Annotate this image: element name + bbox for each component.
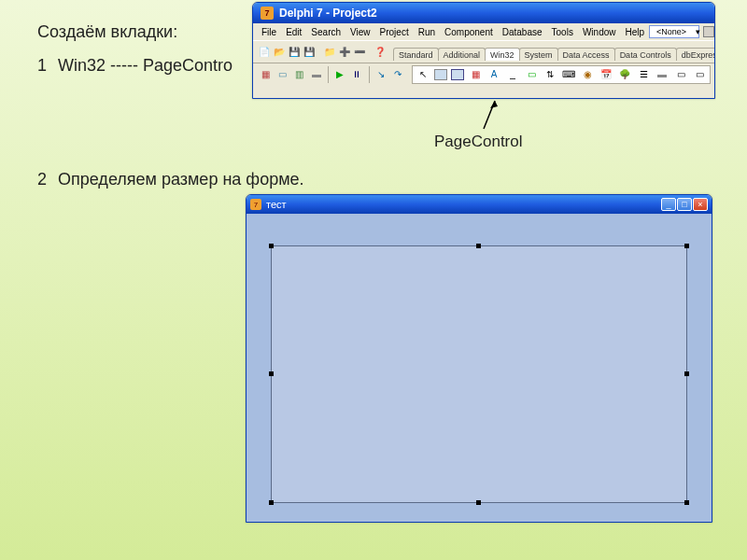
desktop-combo[interactable]: <None> ▾ <box>649 25 699 38</box>
resize-handle-mid-left[interactable] <box>269 371 274 376</box>
arrow-annotation <box>480 101 499 133</box>
component-palette: ↖ ▦ A ⎯ ▭ ⇅ ⌨ ◉ 📅 🌳 ☰ ▬ ▭ ▭ <box>412 65 711 84</box>
imagelist-icon[interactable]: ▦ <box>468 67 483 82</box>
toolbar-icon[interactable]: ▭ <box>673 67 688 82</box>
form-designer-surface[interactable] <box>247 214 712 522</box>
step-over-icon[interactable]: ↷ <box>390 66 405 83</box>
delphi-logo-icon: 7 <box>261 7 274 20</box>
add-file-icon[interactable]: ➕ <box>338 44 351 61</box>
close-button[interactable]: × <box>693 198 708 211</box>
list-text-2: Определяем размер на форме. <box>58 170 304 189</box>
toolbar-separator <box>328 66 329 83</box>
datetimepicker-icon[interactable]: 📅 <box>599 67 613 82</box>
treeview-icon[interactable]: 🌳 <box>617 67 632 82</box>
list-number-2: 2 <box>37 170 47 189</box>
trace-into-icon[interactable]: ↘ <box>373 66 388 83</box>
pause-icon[interactable]: ⏸ <box>349 66 364 83</box>
pagecontrol-caption: PageControl <box>434 133 523 151</box>
menu-file[interactable]: File <box>257 27 281 37</box>
ide-menubar: File Edit Search View Project Run Compon… <box>253 23 714 40</box>
desktop-combo-value: <None> <box>652 27 691 36</box>
pagecontrol-component[interactable] <box>271 245 687 503</box>
window-buttons: _ □ × <box>661 198 708 211</box>
pagecontrol-icon[interactable] <box>451 69 464 80</box>
progressbar-icon[interactable]: ▭ <box>524 67 539 82</box>
updown-icon[interactable]: ⇅ <box>543 67 557 82</box>
tab-data-access[interactable]: Data Access <box>557 48 615 61</box>
tab-standard[interactable]: Standard <box>393 48 439 61</box>
toggle-form-icon[interactable]: ▥ <box>292 66 307 83</box>
resize-handle-top-left[interactable] <box>269 244 274 248</box>
minimize-button[interactable]: _ <box>661 198 676 211</box>
menu-help[interactable]: Help <box>620 27 649 37</box>
trackbar-icon[interactable]: ⎯ <box>505 67 520 82</box>
ide-toolbar-row2: ▦ ▭ ▥ ▬ ▶ ⏸ ↘ ↷ ↖ ▦ A ⎯ ▭ ⇅ ⌨ ◉ 📅 🌳 ☰ ▬ … <box>253 63 714 85</box>
desktop-buttons <box>703 26 715 37</box>
view-unit-icon[interactable]: ▦ <box>258 66 273 83</box>
coolbar-icon[interactable]: ▭ <box>692 67 707 82</box>
menu-project[interactable]: Project <box>375 27 414 37</box>
form-caption: тест <box>266 199 287 210</box>
menu-edit[interactable]: Edit <box>281 27 306 37</box>
tab-data-controls[interactable]: Data Controls <box>614 48 677 61</box>
toolbar-separator <box>369 66 370 83</box>
tab-system[interactable]: System <box>519 48 558 61</box>
resize-handle-bottom-right[interactable] <box>684 500 689 505</box>
resize-handle-bottom-mid[interactable] <box>476 500 481 505</box>
list-text-1: Win32 ----- PageContro <box>58 56 233 76</box>
richedit-icon[interactable]: A <box>486 67 501 82</box>
remove-file-icon[interactable]: ➖ <box>353 44 366 61</box>
ide-toolbar: 📄 📂 💾 💾 📁 ➕ ➖ ❓ Standard Additional Win3… <box>253 40 714 63</box>
resize-handle-bottom-left[interactable] <box>269 500 274 505</box>
delphi-ide-window: 7 Delphi 7 - Project2 File Edit Search V… <box>252 2 715 99</box>
resize-handle-top-mid[interactable] <box>476 244 481 248</box>
ide-title-text: Delphi 7 - Project2 <box>279 7 377 20</box>
heading-text: Создаём вкладки: <box>37 22 177 42</box>
menu-database[interactable]: Database <box>498 27 547 37</box>
menu-run[interactable]: Run <box>414 27 440 37</box>
run-icon[interactable]: ▶ <box>332 66 347 83</box>
menu-search[interactable]: Search <box>306 27 345 37</box>
tab-additional[interactable]: Additional <box>438 48 486 61</box>
form-titlebar[interactable]: 7 тест _ □ × <box>247 195 712 214</box>
help-icon[interactable]: ❓ <box>374 44 387 61</box>
view-form-icon[interactable]: ▭ <box>275 66 289 83</box>
resize-handle-mid-right[interactable] <box>684 371 689 376</box>
form-designer-window: 7 тест _ □ × <box>246 194 712 523</box>
save-desktop-icon[interactable] <box>703 26 714 37</box>
new-form-icon[interactable]: ▬ <box>309 66 324 83</box>
component-palette-tabs: Standard Additional Win32 System Data Ac… <box>393 44 715 61</box>
tabcontrol-icon[interactable] <box>434 69 447 80</box>
open-project-icon[interactable]: 📁 <box>323 44 336 61</box>
menu-component[interactable]: Component <box>440 27 498 37</box>
list-number-1: 1 <box>37 56 47 76</box>
tab-win32[interactable]: Win32 <box>485 48 520 61</box>
cursor-icon[interactable]: ↖ <box>416 67 430 82</box>
open-icon[interactable]: 📂 <box>273 44 286 61</box>
save-icon[interactable]: 💾 <box>288 44 301 61</box>
menu-window[interactable]: Window <box>578 27 621 37</box>
statusbar-icon[interactable]: ▬ <box>655 67 669 82</box>
listview-icon[interactable]: ☰ <box>636 67 651 82</box>
tab-dbexpress[interactable]: dbExpress <box>676 48 715 61</box>
menu-view[interactable]: View <box>345 27 375 37</box>
form-logo-icon: 7 <box>250 199 261 210</box>
saveall-icon[interactable]: 💾 <box>303 44 316 61</box>
new-icon[interactable]: 📄 <box>258 44 271 61</box>
animate-icon[interactable]: ◉ <box>580 67 595 82</box>
hotkey-icon[interactable]: ⌨ <box>561 67 576 82</box>
ide-titlebar[interactable]: 7 Delphi 7 - Project2 <box>253 3 714 23</box>
maximize-button[interactable]: □ <box>677 198 692 211</box>
resize-handle-top-right[interactable] <box>684 244 689 248</box>
menu-tools[interactable]: Tools <box>547 27 578 37</box>
